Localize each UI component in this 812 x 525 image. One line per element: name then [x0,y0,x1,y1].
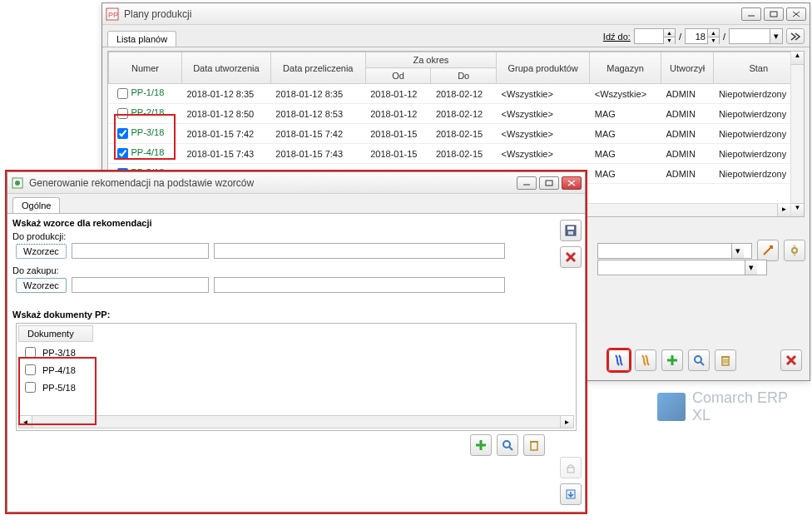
plan-number[interactable]: PP-1/18 [131,87,165,97]
config-filter-button[interactable] [784,240,805,261]
minimize-button[interactable] [741,7,761,21]
spin-down-icon[interactable]: ▼ [707,37,719,44]
document-item[interactable]: PP-5/18 [20,379,572,396]
svg-rect-23 [546,181,552,186]
generate-recommendation-button[interactable] [608,349,630,371]
wzorzec-zak-input-1[interactable] [72,277,209,293]
add-document-button[interactable] [470,434,492,456]
svg-rect-37 [567,468,574,473]
scroll-up-icon[interactable]: ▲ [791,52,804,65]
filter-row-2: ▾ [597,260,767,275]
col-data-utw[interactable]: Data utworzenia [182,52,271,84]
goto-spinner-2[interactable]: ▲▼ [685,28,720,44]
add-button[interactable] [661,349,683,371]
cell-magazyn: MAG [590,104,661,124]
row-checkbox[interactable] [117,108,128,119]
cell-data-prz: 2018-01-12 8:35 [270,84,365,104]
save-button[interactable] [560,220,582,241]
doc-checkbox[interactable] [25,364,36,375]
wzorzec-zak-button[interactable]: Wzorzec [16,278,67,293]
close-list-button[interactable] [780,349,802,371]
spin-down-icon[interactable]: ▼ [663,37,675,44]
goto-spinner-1[interactable]: ▲▼ [634,28,676,44]
tab-lista-planow[interactable]: Lista planów [107,31,176,47]
chevron-down-icon[interactable]: ▾ [745,260,757,275]
col-numer[interactable]: Numer [109,52,182,84]
label-do-produkcji: Do produkcji: [7,231,585,241]
goto-label: Idź do: [603,32,631,42]
main-close-toolbar [780,349,802,371]
wzorzec-prod-input-2[interactable] [214,243,505,259]
recommendation-modal-outline: Generowanie rekomendacji na podstawie wz… [5,170,587,514]
cancel-button[interactable] [560,246,582,268]
filter-dropdown-1[interactable]: ▾ [597,243,752,259]
wzorzec-zak-input-2[interactable] [214,277,505,293]
chevron-down-icon[interactable]: ▾ [770,29,782,43]
delete-document-button[interactable] [523,434,545,456]
col-za-okres[interactable]: Za okres [365,52,496,68]
goto-execute-button[interactable] [786,28,805,44]
goto-sep: / [679,32,681,42]
table-row[interactable]: PP-2/182018-01-12 8:502018-01-12 8:53201… [109,104,804,124]
document-item[interactable]: PP-3/18 [20,344,572,361]
document-item[interactable]: PP-4/18 [20,361,572,379]
lock-button[interactable] [560,457,582,478]
table-row[interactable]: PP-3/182018-01-15 7:422018-01-15 7:42201… [109,124,804,144]
edit-filter-button[interactable] [757,240,779,261]
col-od[interactable]: Od [365,68,431,84]
filter-dropdown-2[interactable]: ▾ [597,260,767,275]
maximize-button[interactable] [764,7,784,21]
doc-label: PP-3/18 [42,348,76,358]
row-checkbox[interactable] [117,88,128,99]
wzorzec-prod-input-1[interactable] [72,243,209,259]
cell-magazyn: MAG [590,144,661,164]
modal-close-button[interactable] [562,176,582,190]
generate-recommendation-alt-button[interactable] [635,349,656,371]
col-do[interactable]: Do [431,68,497,84]
plan-number[interactable]: PP-4/18 [131,147,165,157]
plan-number[interactable]: PP-2/18 [131,107,165,117]
export-button[interactable] [560,483,582,505]
col-data-prz[interactable]: Data przeliczenia [270,52,365,84]
search-button[interactable] [688,349,710,371]
scroll-down-icon[interactable]: ▼ [791,203,804,216]
section-wzorce: Wskaż wzorce dla rekomendacji [7,215,585,231]
spin-up-icon[interactable]: ▲ [707,29,719,37]
documents-header[interactable]: Dokumenty [18,325,93,342]
scroll-right-icon[interactable]: ► [777,204,790,216]
cell-data-utw: 2018-01-15 7:42 [182,124,271,144]
close-button[interactable] [786,7,806,21]
svg-point-28 [503,441,510,448]
plan-number[interactable]: PP-3/18 [131,127,165,137]
vertical-scrollbar[interactable]: ▲ ▼ [790,52,804,216]
cell-utworzyl: ADMIN [661,164,714,184]
row-checkbox[interactable] [117,148,128,159]
svg-line-29 [509,447,512,450]
modal-maximize-button[interactable] [539,176,559,190]
tab-ogolne[interactable]: Ogólne [12,197,60,213]
wzorzec-prod-button[interactable]: Wzorzec [16,244,67,259]
chevron-down-icon[interactable]: ▾ [731,244,744,258]
cell-do: 2018-02-12 [431,104,497,124]
cell-data-prz: 2018-01-12 8:53 [270,104,365,124]
spin-up-icon[interactable]: ▲ [663,29,675,37]
scroll-right-icon[interactable]: ► [560,416,573,428]
col-magazyn[interactable]: Magazyn [590,52,661,84]
view-document-button[interactable] [497,434,518,456]
col-utworzyl[interactable]: Utworzył [661,52,714,84]
row-checkbox[interactable] [117,128,128,139]
table-row[interactable]: PP-4/182018-01-15 7:432018-01-15 7:43201… [109,144,804,164]
doc-checkbox[interactable] [25,382,36,393]
goto-dropdown[interactable]: ▾ [729,28,783,44]
cell-magazyn: MAG [590,124,661,144]
documents-hscrollbar[interactable]: ◄ ► [18,415,574,428]
delete-button[interactable] [715,349,736,371]
svg-point-6 [792,248,797,253]
section-dokumenty: Wskaż dokumenty PP: [7,306,585,323]
col-grupa[interactable]: Grupa produktów [497,52,590,84]
scroll-left-icon[interactable]: ◄ [19,416,32,428]
table-row[interactable]: PP-1/182018-01-12 8:352018-01-12 8:35201… [109,84,804,104]
doc-checkbox[interactable] [25,347,36,358]
modal-minimize-button[interactable] [517,176,537,190]
svg-point-11 [695,356,701,363]
